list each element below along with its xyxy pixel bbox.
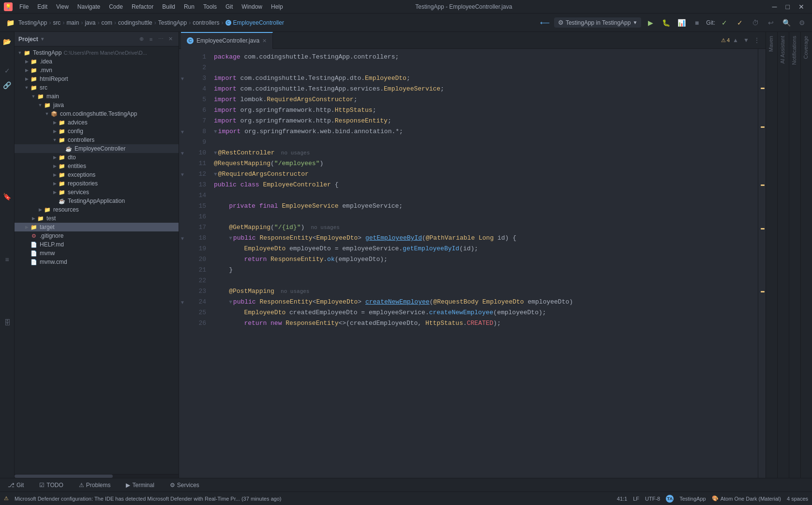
bottom-tab-services[interactable]: ⚙ Services bbox=[166, 480, 203, 490]
ai-assistant-tab[interactable]: AI Assistant bbox=[778, 32, 789, 67]
tree-item-services[interactable]: ▶ 📁 services bbox=[15, 188, 179, 197]
menu-bar: 💡 File Edit View Navigate Code Refactor … bbox=[0, 0, 812, 14]
menu-view[interactable]: View bbox=[52, 2, 73, 11]
coverage-tab[interactable]: Coverage bbox=[801, 32, 812, 63]
breadcrumb-src[interactable]: src bbox=[53, 19, 60, 26]
tree-item-entities[interactable]: ▶ 📁 entities bbox=[15, 162, 179, 170]
notifications-tab[interactable]: Notifications bbox=[789, 32, 800, 69]
tree-item-java[interactable]: ▼ 📁 java bbox=[15, 101, 179, 109]
maximize-button[interactable]: □ bbox=[782, 2, 794, 12]
breadcrumb-com[interactable]: com bbox=[101, 19, 112, 26]
breadcrumb-controllers[interactable]: controllers bbox=[193, 19, 219, 26]
tab-more-options[interactable]: ⋮ bbox=[752, 35, 762, 45]
code-content[interactable]: package com.codingshuttle.TestingApp.con… bbox=[210, 49, 758, 478]
menu-window[interactable]: Window bbox=[238, 2, 266, 11]
git-check-icon[interactable]: ✓ bbox=[718, 16, 731, 29]
project-view-icon[interactable]: 📁 bbox=[4, 16, 16, 29]
tab-close-button[interactable]: ✕ bbox=[262, 38, 267, 44]
breadcrumb-testingapp[interactable]: TestingApp bbox=[18, 19, 47, 26]
coverage-panel: Coverage bbox=[800, 32, 812, 478]
status-charset[interactable]: UTF-8 bbox=[645, 496, 660, 502]
hide-panel-icon[interactable]: ✕ bbox=[166, 35, 175, 44]
locate-file-icon[interactable]: ⊕ bbox=[137, 35, 146, 44]
tree-item-employeecontroller[interactable]: ☕ EmployeeController bbox=[15, 144, 179, 153]
status-line-ending[interactable]: LF bbox=[633, 496, 639, 502]
settings-icon[interactable]: ⚙ bbox=[796, 16, 808, 29]
git-history-icon[interactable]: ⏱ bbox=[749, 16, 762, 29]
tree-item-dto[interactable]: ▶ 📁 dto bbox=[15, 153, 179, 162]
tab-filename: EmployeeController.java bbox=[196, 37, 259, 44]
tree-item-gitignore[interactable]: ⚙ .gitignore bbox=[15, 231, 179, 240]
sidebar-jpa-icon[interactable]: 🗄 bbox=[1, 317, 13, 328]
tree-item-controllers[interactable]: ▼ 📁 controllers bbox=[15, 136, 179, 144]
breadcrumb-testingapp2[interactable]: TestingApp bbox=[158, 19, 187, 26]
menu-file[interactable]: File bbox=[15, 2, 32, 11]
minimize-button[interactable]: ─ bbox=[768, 2, 781, 12]
file-tree-scrollbar[interactable] bbox=[15, 474, 179, 478]
breadcrumb-codingshuttle[interactable]: codingshuttle bbox=[118, 19, 152, 26]
tree-item-package[interactable]: ▼ 📦 com.codingshuttle.TestingApp bbox=[15, 109, 179, 118]
menu-code[interactable]: Code bbox=[105, 2, 127, 11]
tree-item-advices[interactable]: ▶ 📁 advices bbox=[15, 118, 179, 127]
tree-item-mvn[interactable]: ▶ 📁 .mvn bbox=[15, 66, 179, 75]
run-coverage-button[interactable]: 📊 bbox=[675, 16, 688, 29]
bottom-tab-todo[interactable]: ☑ TODO bbox=[35, 480, 67, 490]
tree-item-idea[interactable]: ▶ 📁 .idea bbox=[15, 57, 179, 66]
sidebar-structure-icon[interactable]: ≡ bbox=[1, 254, 13, 265]
search-everywhere-icon[interactable]: 🔍 bbox=[780, 16, 793, 29]
menu-navigate[interactable]: Navigate bbox=[74, 2, 104, 11]
vcs-update-icon[interactable]: ⟵ bbox=[539, 16, 551, 29]
tree-item-target[interactable]: ▶ 📁 target bbox=[15, 223, 179, 231]
bottom-tab-git[interactable]: ⎇ Git bbox=[4, 480, 28, 490]
editor-scrollbar[interactable] bbox=[758, 49, 766, 478]
editor-tab-employeecontroller[interactable]: C EmployeeController.java ✕ bbox=[181, 32, 273, 49]
maven-panel-tab[interactable]: Maven bbox=[766, 32, 777, 56]
menu-git[interactable]: Git bbox=[222, 2, 237, 11]
run-config[interactable]: ⚙ TestingApp in TestingApp ▼ bbox=[554, 17, 641, 28]
git-modified-icon[interactable]: ✓ bbox=[734, 16, 746, 29]
breadcrumb-controller[interactable]: CEmployeeController bbox=[226, 19, 284, 26]
run-button[interactable]: ▶ bbox=[644, 16, 657, 29]
stop-button[interactable]: ■ bbox=[691, 16, 703, 29]
bottom-tab-terminal[interactable]: ▶ Terminal bbox=[122, 480, 158, 490]
menu-tools[interactable]: Tools bbox=[199, 2, 221, 11]
tab-scroll-up[interactable]: ▲ bbox=[731, 35, 740, 45]
status-indent[interactable]: 4 spaces bbox=[787, 496, 808, 502]
project-dropdown-icon[interactable]: ▼ bbox=[40, 36, 45, 42]
close-button[interactable]: ✕ bbox=[795, 2, 808, 12]
tree-item-mvnwcmd[interactable]: 📄 mvnw.cmd bbox=[15, 258, 179, 266]
tree-item-test[interactable]: ▶ 📁 test bbox=[15, 214, 179, 223]
menu-build[interactable]: Build bbox=[158, 2, 179, 11]
dots-menu-icon[interactable]: ⋯ bbox=[156, 35, 165, 44]
collapse-all-icon[interactable]: ≡ bbox=[147, 35, 155, 44]
sidebar-remote-icon[interactable]: 🔗 bbox=[1, 79, 13, 91]
sidebar-commit-icon[interactable]: ✓ bbox=[1, 65, 13, 77]
menu-refactor[interactable]: Refactor bbox=[128, 2, 157, 11]
tree-item-exceptions[interactable]: ▶ 📁 exceptions bbox=[15, 170, 179, 179]
tab-scroll-down[interactable]: ▼ bbox=[741, 35, 751, 45]
tree-item-main[interactable]: ▼ 📁 main bbox=[15, 92, 179, 101]
status-theme[interactable]: 🎨Atom One Dark (Material) bbox=[712, 495, 781, 502]
window-controls: ─ □ ✕ bbox=[768, 2, 808, 12]
breadcrumb-main[interactable]: main bbox=[66, 19, 79, 26]
tree-item-config[interactable]: ▶ 📁 config bbox=[15, 127, 179, 136]
tree-item-repositories[interactable]: ▶ 📁 repositories bbox=[15, 179, 179, 188]
tree-item-helpmd[interactable]: 📄 HELP.md bbox=[15, 240, 179, 249]
tree-item-mvnw[interactable]: 📄 mvnw bbox=[15, 249, 179, 258]
tree-item-src[interactable]: ▼ 📁 src bbox=[15, 83, 179, 92]
menu-run[interactable]: Run bbox=[180, 2, 198, 11]
menu-help[interactable]: Help bbox=[267, 2, 287, 11]
menu-edit[interactable]: Edit bbox=[33, 2, 51, 11]
debug-button[interactable]: 🐛 bbox=[660, 16, 672, 29]
sidebar-bookmarks-icon[interactable]: 🔖 bbox=[1, 191, 13, 202]
sidebar-project-icon[interactable]: 📂 bbox=[1, 36, 13, 47]
status-project-name[interactable]: TestingApp bbox=[679, 496, 706, 502]
status-position[interactable]: 41:1 bbox=[617, 496, 627, 502]
tree-item-application[interactable]: ☕ TestingAppApplication bbox=[15, 197, 179, 205]
git-rollback-icon[interactable]: ↩ bbox=[765, 16, 777, 29]
bottom-tab-problems[interactable]: ⚠ Problems bbox=[75, 480, 115, 490]
tree-item-htmlreport[interactable]: ▶ 📁 htmlReport bbox=[15, 75, 179, 83]
breadcrumb-java[interactable]: java bbox=[85, 19, 95, 26]
tree-item-resources[interactable]: ▶ 📁 resources bbox=[15, 205, 179, 214]
tree-root[interactable]: ▼ 📁 TestingApp C:\Users\Prem Mane\OneDri… bbox=[15, 48, 179, 57]
